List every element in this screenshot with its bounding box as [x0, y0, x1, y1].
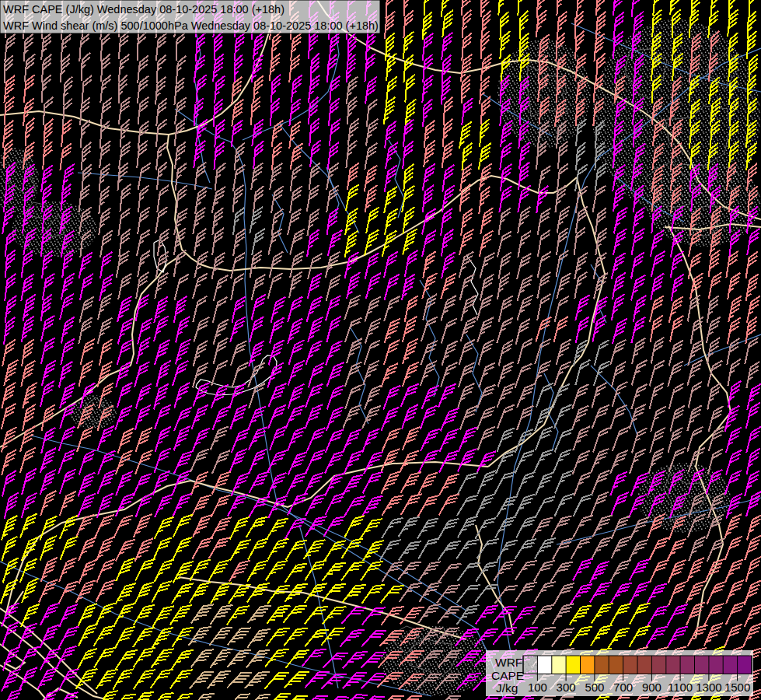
svg-text:1300: 1300: [696, 681, 721, 694]
svg-text:700: 700: [613, 681, 633, 694]
svg-text:500: 500: [585, 681, 604, 694]
svg-text:1100: 1100: [668, 681, 693, 694]
svg-text:J/kg: J/kg: [496, 681, 518, 695]
svg-text:1500: 1500: [724, 681, 750, 694]
svg-text:300: 300: [557, 681, 576, 694]
svg-text:CAPE: CAPE: [491, 669, 524, 682]
svg-text:WRF: WRF: [495, 656, 522, 669]
svg-text:WRF Wind shear (m/s) 500/1000h: WRF Wind shear (m/s) 500/1000hPa Wednesd…: [3, 19, 379, 32]
svg-text:WRF CAPE (J/kg) Wednesday 08-1: WRF CAPE (J/kg) Wednesday 08-10-2025 18:…: [3, 3, 285, 16]
svg-text:900: 900: [642, 681, 662, 694]
svg-text:100: 100: [528, 681, 547, 694]
